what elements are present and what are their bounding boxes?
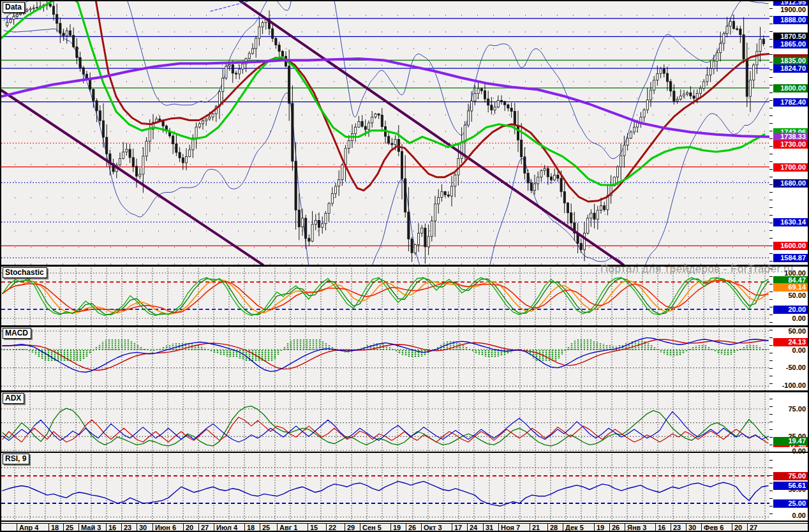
scale-label-stochastic-69.14: 69.14 bbox=[773, 283, 808, 292]
price-panel-title: Data bbox=[3, 2, 25, 13]
price-scale-ticks bbox=[769, 1, 773, 521]
trading-chart-window: Data Stochastic MACD ADX RSI, 9 1912.951… bbox=[0, 0, 809, 532]
rsi-canvas[interactable] bbox=[1, 453, 769, 521]
panel-divider[interactable] bbox=[0, 325, 809, 327]
scale-label-macd-0.00: 0.00 bbox=[773, 346, 808, 355]
scale-label-main-1584.87: 1584.87 bbox=[773, 254, 808, 262]
scale-label-adx-19.47: 19.47 bbox=[773, 437, 808, 445]
window-border-top bbox=[0, 0, 809, 1]
scale-label-main-1800.00: 1800.00 bbox=[773, 84, 808, 92]
macd-panel-title: MACD bbox=[3, 328, 31, 339]
stochastic-panel-title: Stochastic bbox=[3, 267, 47, 278]
time-axis-border bbox=[0, 523, 809, 524]
price-chart-canvas[interactable] bbox=[1, 1, 769, 265]
panel-divider[interactable] bbox=[0, 390, 809, 392]
scale-label-rsi-0.00: 0.00 bbox=[773, 512, 808, 520]
adx-panel[interactable]: ADX bbox=[1, 392, 769, 452]
scale-label-main-1680.00: 1680.00 bbox=[773, 179, 808, 188]
scale-label-main-1730.00: 1730.00 bbox=[773, 140, 808, 149]
scale-label-main-1888.00: 1888.00 bbox=[773, 16, 808, 24]
scale-label-macd-24.13: 24.13 bbox=[773, 338, 808, 346]
scale-label-adx-0.00: 0.00 bbox=[773, 447, 808, 455]
scale-label-rsi-75.00: 75.00 bbox=[773, 472, 808, 480]
panel-divider[interactable] bbox=[0, 452, 809, 453]
window-border-left bbox=[0, 0, 1, 532]
scale-label-main-1700.00: 1700.00 bbox=[773, 163, 808, 172]
scale-label-main-1824.70: 1824.70 bbox=[773, 64, 808, 73]
scale-label-main-1630.14: 1630.14 bbox=[773, 218, 808, 226]
scale-label-rsi-56.61: 56.61 bbox=[773, 482, 808, 490]
scale-label-macd--100.00: -100.00 bbox=[773, 381, 808, 390]
rsi-panel[interactable]: RSI, 9 bbox=[1, 453, 769, 521]
scale-label-rsi-25.00: 25.00 bbox=[773, 499, 808, 508]
macd-canvas[interactable] bbox=[1, 327, 769, 390]
adx-canvas[interactable] bbox=[1, 392, 769, 452]
scale-label-main-1865.00: 1865.00 bbox=[773, 40, 808, 48]
scale-label-stochastic-0.00: 0.00 bbox=[773, 314, 808, 323]
price-panel[interactable]: Data bbox=[1, 1, 769, 265]
scale-label-adx-75.00: 75.00 bbox=[773, 405, 808, 413]
watermark-text: Портал для трейдеров - ForTrader.ru bbox=[600, 263, 794, 276]
scale-label-main-1782.40: 1782.40 bbox=[773, 98, 808, 107]
adx-panel-title: ADX bbox=[3, 393, 24, 404]
scale-label-main-1900.00: 1900.00 bbox=[773, 6, 808, 14]
scale-label-macd--50.00: -50.00 bbox=[773, 364, 808, 372]
scale-label-stochastic-50.00: 50.00 bbox=[773, 292, 808, 300]
scale-label-stochastic-20.00: 20.00 bbox=[773, 306, 808, 314]
macd-panel[interactable]: MACD bbox=[1, 327, 769, 390]
scale-label-macd-50.00: 50.00 bbox=[773, 327, 808, 336]
scale-label-main-1600.00: 1600.00 bbox=[773, 242, 808, 250]
rsi-panel-title: RSI, 9 bbox=[3, 454, 29, 464]
panel-divider bbox=[0, 521, 809, 522]
